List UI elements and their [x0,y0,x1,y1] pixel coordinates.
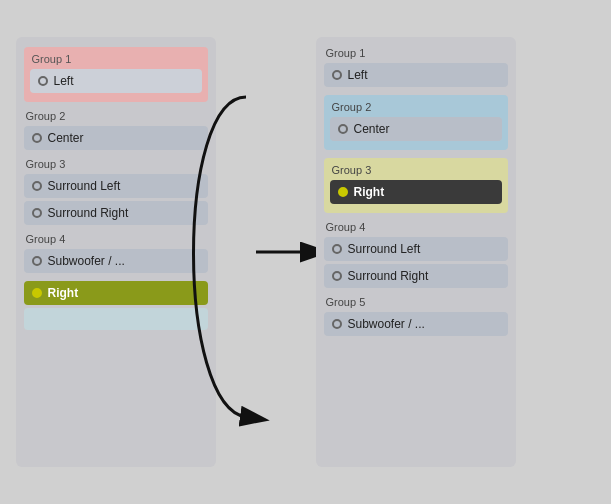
straight-arrow-icon [256,237,316,267]
group5-section-right: Group 5 Subwoofer / ... [324,296,508,336]
radio-icon [38,76,48,86]
group5-label-right: Group 5 [324,296,508,308]
item-label: Surround Left [48,179,121,193]
selected-right-label: Right [48,286,79,300]
list-item[interactable]: Subwoofer / ... [324,312,508,336]
group1-label-right: Group 1 [324,47,508,59]
radio-icon [332,271,342,281]
group4-section-right: Group 4 Surround Left Surround Right [324,221,508,288]
arrow-area [226,37,306,467]
group1-section-right: Group 1 Left [324,47,508,87]
list-item[interactable]: Surround Left [324,237,508,261]
list-item[interactable]: Surround Right [324,264,508,288]
radio-icon [338,124,348,134]
right-panel: Group 1 Left Group 2 Center Group 3 Righ… [316,37,516,467]
radio-dot-selected [338,187,348,197]
item-label: Right [354,185,385,199]
radio-dot-selected [32,288,42,298]
list-item[interactable]: Left [324,63,508,87]
scene: Group 1 Left Group 2 Center Group 3 Surr… [6,12,606,492]
group2-section-right: Group 2 Center [324,95,508,150]
radio-icon [32,181,42,191]
group3-label-right: Group 3 [330,164,502,176]
item-label: Surround Left [348,242,421,256]
item-label: Left [54,74,74,88]
selected-right-item-right[interactable]: Right [330,180,502,204]
radio-icon [332,319,342,329]
item-label: Surround Right [48,206,129,220]
item-label: Surround Right [348,269,429,283]
item-label: Subwoofer / ... [348,317,425,331]
item-label: Left [348,68,368,82]
item-label: Center [354,122,390,136]
list-item[interactable]: Center [330,117,502,141]
item-label: Subwoofer / ... [48,254,125,268]
radio-icon [332,244,342,254]
group2-label-right: Group 2 [330,101,502,113]
radio-icon [32,256,42,266]
radio-icon [332,70,342,80]
radio-icon [32,133,42,143]
radio-icon [32,208,42,218]
group3-section-right: Group 3 Right [324,158,508,213]
item-label: Center [48,131,84,145]
group4-label-right: Group 4 [324,221,508,233]
